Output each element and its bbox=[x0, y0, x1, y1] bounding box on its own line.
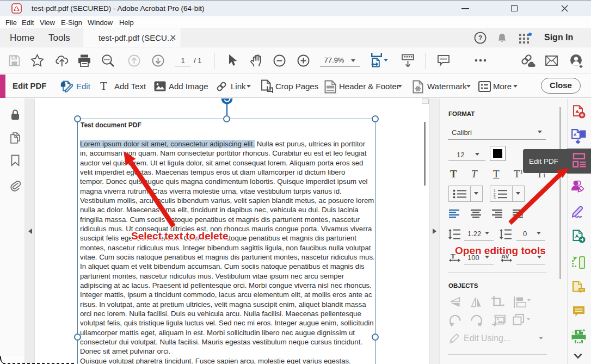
svg-text:?: ? bbox=[478, 34, 483, 42]
svg-text:3: 3 bbox=[494, 196, 496, 199]
